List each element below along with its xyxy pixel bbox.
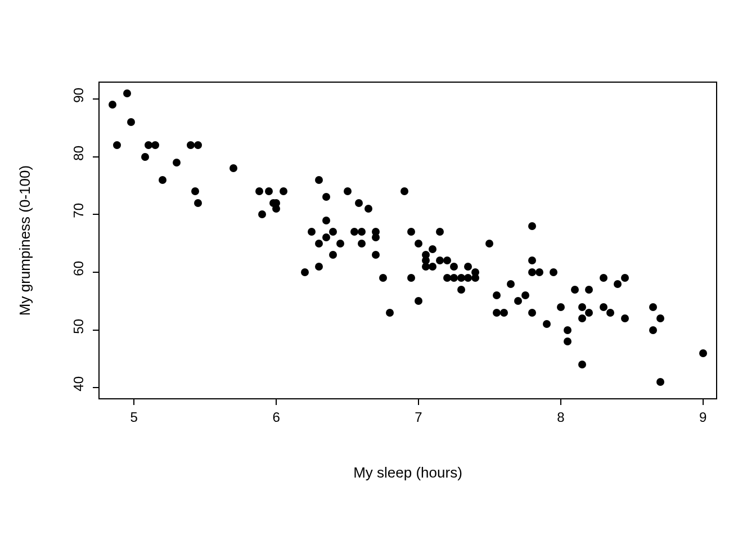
data-point [151,141,159,149]
data-point [269,199,277,207]
data-point [194,199,202,207]
x-tick-label: 6 [272,410,280,425]
data-point [123,89,131,97]
data-point [436,228,444,236]
data-point [407,274,415,282]
data-point [109,101,116,109]
data-point [614,280,622,288]
data-point [315,240,323,248]
data-point [407,228,415,236]
y-tick-label: 50 [71,319,87,341]
data-point [564,338,572,345]
data-point [415,297,422,305]
y-tick [93,214,98,215]
data-point [191,187,199,195]
data-point [600,274,608,282]
x-tick-label: 5 [130,410,138,425]
data-point [450,263,458,271]
x-tick-label: 9 [699,410,706,425]
data-point [656,378,664,386]
data-point [600,303,608,311]
x-tick-label: 7 [415,410,422,425]
data-point [528,222,536,230]
data-point [429,245,436,253]
data-point [621,314,629,322]
data-point [372,251,380,259]
data-point [656,314,664,322]
data-point [315,263,323,271]
data-point [493,291,501,299]
data-point [265,187,273,195]
data-point [280,187,287,195]
data-point [543,320,551,328]
data-point [336,240,344,248]
data-point [358,228,366,236]
data-point [429,263,436,271]
x-tick [418,399,419,405]
data-point [379,274,387,282]
y-tick [93,272,98,273]
data-point [322,193,330,201]
x-tick [276,399,277,405]
data-point [578,361,586,368]
data-point [415,240,422,248]
data-point [578,303,586,311]
y-tick [93,156,98,158]
data-point [585,286,593,294]
data-point [621,274,629,282]
data-point [550,268,557,276]
data-point [514,297,522,305]
y-tick-label: 70 [71,203,87,226]
data-point [355,199,363,207]
data-point [141,153,149,161]
data-point [315,176,323,184]
y-tick [93,330,98,331]
y-tick [93,98,98,100]
data-point [322,217,330,224]
data-point [536,268,543,276]
x-tick [133,399,134,405]
data-point [159,176,166,184]
y-tick-label: 40 [71,376,87,399]
y-tick-label: 60 [71,261,87,284]
x-tick [560,399,561,405]
data-point [364,205,372,213]
data-point [258,210,266,218]
data-point [113,141,121,149]
data-point [230,164,237,172]
data-point [606,309,614,317]
plot-area [98,82,717,399]
data-point [564,326,572,334]
y-tick-label: 80 [71,146,87,168]
data-point [400,187,408,195]
data-point [699,349,707,357]
data-point [322,233,330,241]
data-point [500,309,508,317]
data-point [528,309,536,317]
data-point [344,187,352,195]
data-point [127,118,135,126]
data-point [301,268,309,276]
data-point [578,314,586,322]
y-tick [93,387,98,388]
data-point [485,240,493,248]
x-tick [703,399,704,405]
data-point [173,159,181,166]
data-point [571,286,579,294]
data-point [585,309,593,317]
data-point [443,256,451,264]
data-point [521,291,529,299]
data-point [471,268,479,276]
data-point [528,256,536,264]
data-point [464,263,472,271]
data-point [194,141,202,149]
data-point [329,228,337,236]
data-point [358,240,366,248]
data-point [372,233,380,241]
data-point [386,309,394,317]
data-point [457,286,465,294]
data-point [507,280,515,288]
y-axis-label: My grumpiness (0-100) [17,82,34,399]
x-axis-label: My sleep (hours) [98,464,717,482]
data-point [557,303,565,311]
